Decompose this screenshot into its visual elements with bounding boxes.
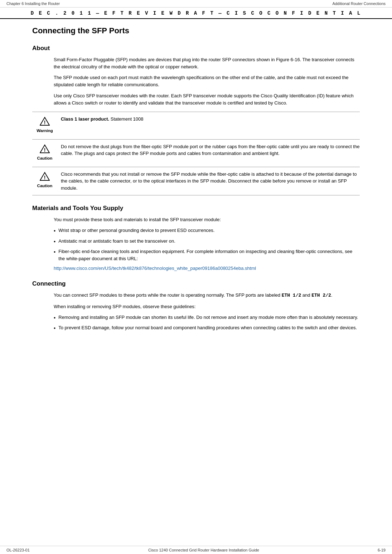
caution1-triangle-icon: !: [40, 144, 50, 155]
svg-text:!: !: [44, 147, 46, 153]
caution2-icon-col: ! Caution: [32, 171, 57, 188]
svg-text:!: !: [44, 175, 46, 180]
section-connecting-title: Connecting: [32, 280, 360, 287]
materials-list: Wrist strap or other personal grounding …: [54, 227, 360, 262]
top-bar-right: Additional Router Connections: [332, 1, 386, 6]
caution2-triangle-icon: !: [40, 171, 50, 183]
bullet-2-text: Antistatic mat or antistatic foam to set…: [58, 238, 175, 245]
cisco-url-link[interactable]: http://www.cisco.com/en/US/tech/tk482/tk…: [54, 266, 256, 271]
top-bar: Chapter 6 Installing the Router Addition…: [0, 0, 392, 8]
list-item: Wrist strap or other personal grounding …: [54, 227, 360, 235]
connecting-list: Removing and installing an SFP module ca…: [54, 314, 360, 332]
about-para-3: Use only Cisco SFP transceiver modules w…: [54, 92, 360, 107]
warning-label: Warning: [37, 128, 53, 133]
connecting-intro: You can connect SFP modules to these por…: [54, 292, 360, 299]
warning-notice: ! Warning Class 1 laser product. Stateme…: [32, 112, 360, 136]
eth-label-1: ETH 1/2: [282, 293, 301, 298]
list-item: To prevent ESD damage, follow your norma…: [54, 324, 360, 332]
svg-text:!: !: [44, 120, 46, 125]
bottom-bar-center: Cisco 1240 Connected Grid Router Hardwar…: [148, 548, 259, 552]
section-about-title: About: [32, 45, 360, 52]
connecting-intro2: When installing or removing SFP modules,…: [54, 303, 360, 310]
list-item: Fiber-optic end-face cleaning tools and …: [54, 248, 360, 262]
bottom-bar: OL-26223-01 Cisco 1240 Connected Grid Ro…: [0, 546, 392, 554]
section-materials-title: Materials and Tools You Supply: [32, 205, 360, 212]
list-item: Antistatic mat or antistatic foam to set…: [54, 238, 360, 246]
caution1-notice: ! Caution Do not remove the dust plugs f…: [32, 139, 360, 164]
about-body: Small Form-Factor Pluggable (SFP) module…: [32, 56, 360, 107]
warning-title-bold: Class 1 laser product.: [61, 116, 109, 122]
list-item: Removing and installing an SFP module ca…: [54, 314, 360, 322]
caution2-label: Caution: [37, 184, 53, 188]
warning-title-rest: Statement 1008: [111, 116, 144, 122]
page-title: Connecting the SFP Ports: [32, 26, 360, 35]
caution2-notice: ! Caution Cisco recommends that you not …: [32, 167, 360, 196]
bottom-bar-left: OL-26223-01: [6, 548, 30, 552]
caution1-body: Do not remove the dust plugs from the fi…: [57, 143, 360, 157]
connecting-bullet-1: Removing and installing an SFP module ca…: [58, 314, 358, 321]
caution2-body: Cisco recommends that you not install or…: [57, 171, 360, 192]
caution1-icon-col: ! Caution: [32, 143, 57, 160]
materials-body: You must provide these tools and materia…: [32, 216, 360, 271]
caution1-label: Caution: [37, 156, 53, 160]
warning-icon-col: ! Warning: [32, 116, 57, 133]
connecting-body: You can connect SFP modules to these por…: [32, 292, 360, 332]
top-bar-left: Chapter 6 Installing the Router: [6, 1, 60, 6]
bullet-3-text: Fiber-optic end-face cleaning tools and …: [58, 248, 360, 262]
about-para-2: The SFP module used on each port must ma…: [54, 74, 360, 88]
connecting-bullet-2: To prevent ESD damage, follow your norma…: [58, 324, 357, 331]
eth-label-2: ETH 2/2: [311, 293, 331, 298]
warning-triangle-icon: !: [40, 116, 50, 128]
about-para-1: Small Form-Factor Pluggable (SFP) module…: [54, 56, 360, 71]
materials-intro: You must provide these tools and materia…: [54, 216, 360, 223]
content-area: Connecting the SFP Ports About Small For…: [0, 19, 392, 358]
header-banner: D E C . 2 0 1 1 — E F T R E V I E W D R …: [0, 8, 392, 19]
bullet-1-text: Wrist strap or other personal grounding …: [58, 227, 214, 234]
warning-body: Class 1 laser product. Statement 1008: [57, 116, 360, 123]
bottom-bar-right: 6-19: [378, 548, 386, 552]
